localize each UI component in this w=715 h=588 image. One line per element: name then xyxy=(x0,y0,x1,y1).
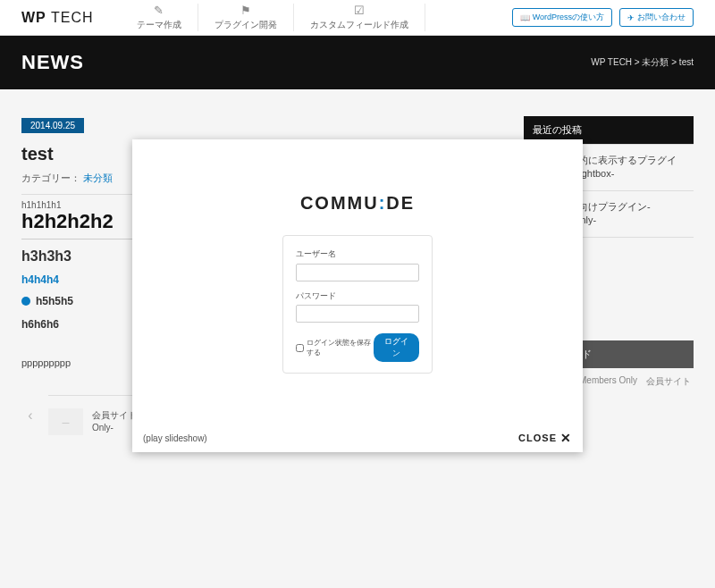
close-button[interactable]: CLOSE ✕ xyxy=(518,431,572,445)
wp-usage-button[interactable]: 📖 WordPressの使い方 xyxy=(512,8,612,27)
remember-text: ログイン状態を保存する xyxy=(307,338,374,357)
content-h5-text: h5h5h5 xyxy=(36,295,73,307)
tag-link[interactable]: 会員サイト xyxy=(646,375,691,388)
nav-item-customfield[interactable]: ☑ カスタムフィールド作成 xyxy=(294,4,425,31)
logo-thin: TECH xyxy=(51,10,94,25)
modal-logo-b: DE xyxy=(386,193,415,213)
logo-main: WP xyxy=(21,10,46,25)
nav-label: テーマ作成 xyxy=(137,19,181,31)
bullet-icon xyxy=(21,297,30,306)
remember-checkbox[interactable] xyxy=(296,344,304,352)
book-icon: 📖 xyxy=(520,13,530,22)
password-label: パスワード xyxy=(296,290,419,302)
post-date-badge: 2014.09.25 xyxy=(21,118,84,133)
prev-arrow-icon[interactable]: ‹ xyxy=(21,407,39,424)
slideshow-hint[interactable]: (play slideshow) xyxy=(143,433,207,443)
nav-item-plugin[interactable]: ⚑ プラグイン開発 xyxy=(198,4,294,31)
tag-link[interactable]: Members Only xyxy=(579,375,637,388)
paperplane-icon: ✈ xyxy=(627,13,635,22)
username-input[interactable] xyxy=(296,264,419,281)
login-row: ログイン状態を保存する ログイン xyxy=(296,333,419,362)
nav-item-theme[interactable]: ✎ テーマ作成 xyxy=(121,4,198,31)
site-header: WP TECH ✎ テーマ作成 ⚑ プラグイン開発 ☑ カスタムフィールド作成 … xyxy=(0,0,715,36)
page-title: NEWS xyxy=(21,51,84,74)
username-label: ユーザー名 xyxy=(296,248,419,260)
contact-label: お問い合わせ xyxy=(637,12,686,23)
contact-button[interactable]: ✈ お問い合わせ xyxy=(619,8,694,27)
site-logo[interactable]: WP TECH xyxy=(21,10,94,26)
modal-footer: (play slideshow) CLOSE ✕ xyxy=(143,431,572,445)
meta-label: カテゴリー： xyxy=(21,172,80,183)
password-input[interactable] xyxy=(296,305,419,323)
close-icon: ✕ xyxy=(560,431,572,445)
modal-logo: COMMU:DE xyxy=(132,193,583,214)
meta-category-link[interactable]: 未分類 xyxy=(83,172,113,183)
nav-label: カスタムフィールド作成 xyxy=(310,19,408,31)
flag-icon: ⚑ xyxy=(240,4,251,17)
login-button[interactable]: ログイン xyxy=(374,333,419,362)
header-right: 📖 WordPressの使い方 ✈ お問い合わせ xyxy=(512,8,694,27)
wp-usage-label: WordPressの使い方 xyxy=(533,12,604,23)
modal-logo-colon: : xyxy=(379,193,387,213)
pencil-icon: ✎ xyxy=(154,4,164,17)
slide-thumb: — xyxy=(48,408,83,435)
login-modal: COMMU:DE ユーザー名 パスワード ログイン状態を保存する ログイン (p… xyxy=(132,139,583,452)
edit-box-icon: ☑ xyxy=(354,4,365,17)
breadcrumb[interactable]: WP TECH > 未分類 > test xyxy=(591,56,694,69)
close-label: CLOSE xyxy=(518,433,557,443)
page-title-bar: NEWS WP TECH > 未分類 > test xyxy=(0,36,715,89)
remember-label[interactable]: ログイン状態を保存する xyxy=(296,338,374,357)
login-form: ユーザー名 パスワード ログイン状態を保存する ログイン xyxy=(282,235,433,374)
header-left: WP TECH ✎ テーマ作成 ⚑ プラグイン開発 ☑ カスタムフィールド作成 xyxy=(21,4,425,31)
primary-nav: ✎ テーマ作成 ⚑ プラグイン開発 ☑ カスタムフィールド作成 xyxy=(121,4,425,31)
nav-label: プラグイン開発 xyxy=(214,19,277,31)
modal-logo-a: COMMU xyxy=(300,193,379,213)
